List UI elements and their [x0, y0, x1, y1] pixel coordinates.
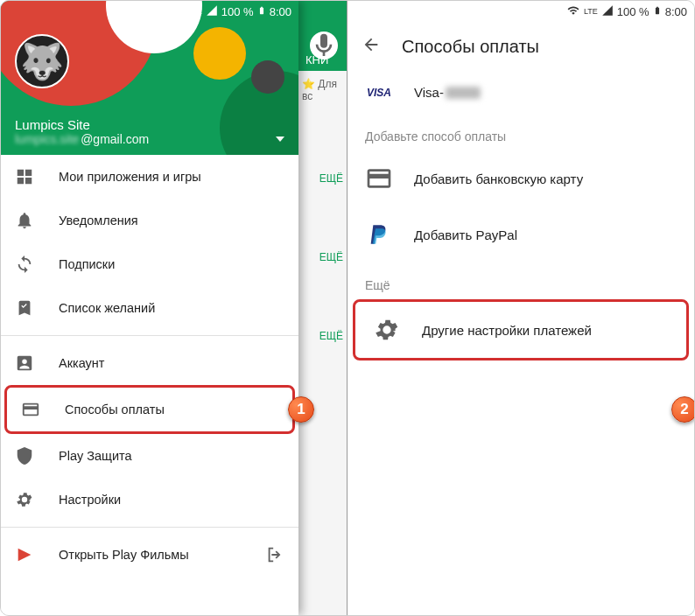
add-paypal-label: Добавить PayPal — [414, 228, 517, 242]
status-bar: LTE 100 % 8:00 — [1, 1, 298, 22]
bell-icon — [15, 211, 34, 230]
battery-percent: 100 % — [617, 5, 649, 18]
annotation-badge-2: 2 — [671, 396, 695, 423]
wifi-icon — [566, 4, 580, 19]
status-bar: LTE 100 % 8:00 — [348, 1, 694, 22]
card-number-masked — [446, 87, 481, 99]
menu-label: Список желаний — [59, 301, 155, 315]
card-label: Visa- — [414, 85, 444, 100]
other-payment-settings[interactable]: Другие настройки платежей — [353, 299, 689, 360]
other-settings-label: Другие настройки платежей — [422, 323, 592, 338]
refresh-icon — [15, 255, 34, 274]
divider — [1, 335, 298, 336]
menu-account[interactable]: Аккаунт — [1, 341, 298, 385]
play-store-background: КНИ ⭐ Для вс ЕЩЁ ЕЩЁ ЕЩЁ — [298, 1, 347, 615]
battery-icon — [257, 4, 266, 20]
section-add-payment: Добавьте способ оплаты — [348, 114, 694, 150]
divider — [1, 527, 298, 528]
shield-icon — [15, 446, 34, 466]
menu-label: Мои приложения и игры — [59, 170, 201, 184]
screen-payment-methods: LTE 100 % 8:00 Способы оплаты VISA Visa-… — [348, 1, 694, 615]
navigation-drawer: LTE 100 % 8:00 🐺 Lumpics Site lumpics.si… — [1, 1, 298, 615]
gear-icon — [373, 316, 401, 344]
lte-label: LTE — [188, 7, 202, 16]
lte-label: LTE — [584, 7, 598, 16]
bookmark-icon — [15, 298, 34, 318]
add-bank-card[interactable]: Добавить банковскую карту — [348, 150, 694, 206]
menu-label: Открыть Play Фильмы — [59, 548, 189, 562]
app-bar: Способы оплаты — [348, 22, 694, 71]
apps-row: ЕЩЁ — [298, 118, 347, 188]
battery-percent: 100 % — [221, 5, 254, 18]
menu-label: Настройки — [59, 493, 121, 507]
menu-open-play-movies[interactable]: Открыть Play Фильмы — [1, 533, 298, 577]
section-more: Ещё — [348, 262, 694, 299]
voice-search-button[interactable] — [310, 32, 338, 60]
screen-drawer: КНИ ⭐ Для вс ЕЩЁ ЕЩЁ ЕЩЁ LTE 100 % 8:00 — [1, 1, 348, 615]
account-switcher[interactable]: lumpics.site@gmail.com — [15, 132, 284, 146]
user-name: Lumpics Site — [15, 117, 284, 132]
paypal-icon — [365, 220, 393, 248]
wifi-icon — [171, 4, 185, 19]
drawer-header: LTE 100 % 8:00 🐺 Lumpics Site lumpics.si… — [1, 1, 298, 155]
visa-icon: VISA — [365, 87, 393, 99]
menu-wishlist[interactable]: Список желаний — [1, 286, 298, 330]
chevron-down-icon — [276, 136, 284, 142]
card-icon — [365, 164, 393, 192]
signal-icon — [206, 4, 218, 19]
menu-label: Подписки — [59, 257, 115, 271]
clock: 8:00 — [270, 5, 291, 18]
secondary-avatar[interactable] — [251, 60, 284, 94]
menu-payment-methods[interactable]: Способы оплаты — [4, 385, 295, 434]
add-card-label: Добавить банковскую карту — [414, 172, 583, 186]
annotation-badge-1: 1 — [288, 396, 314, 423]
play-movies-icon — [15, 545, 34, 564]
avatar[interactable]: 🐺 — [15, 34, 69, 88]
add-paypal[interactable]: Добавить PayPal — [348, 206, 694, 262]
clock: 8:00 — [665, 5, 687, 18]
gear-icon — [15, 490, 34, 509]
exit-icon — [265, 545, 284, 564]
menu-my-apps[interactable]: Мои приложения и игры — [1, 155, 298, 199]
apps-row: ЕЩЁ — [298, 197, 347, 267]
menu-label: Play Защита — [59, 449, 132, 463]
menu-label: Способы оплаты — [65, 402, 165, 416]
menu-subscriptions[interactable]: Подписки — [1, 242, 298, 286]
menu-settings[interactable]: Настройки — [1, 478, 298, 522]
drawer-menu: Мои приложения и игры Уведомления Подпис… — [1, 155, 298, 615]
account-icon — [15, 354, 34, 373]
signal-icon — [601, 4, 614, 19]
apps-row: ЕЩЁ — [298, 276, 347, 346]
back-button[interactable] — [362, 35, 381, 58]
menu-notifications[interactable]: Уведомления — [1, 199, 298, 242]
page-title: Способы оплаты — [402, 37, 539, 57]
menu-label: Аккаунт — [59, 356, 104, 370]
menu-play-protect[interactable]: Play Защита — [1, 434, 298, 478]
payment-method-visa[interactable]: VISA Visa- — [348, 71, 694, 114]
battery-icon — [653, 4, 662, 20]
card-icon — [21, 400, 40, 419]
menu-label: Уведомления — [59, 214, 138, 228]
apps-icon — [15, 167, 34, 186]
